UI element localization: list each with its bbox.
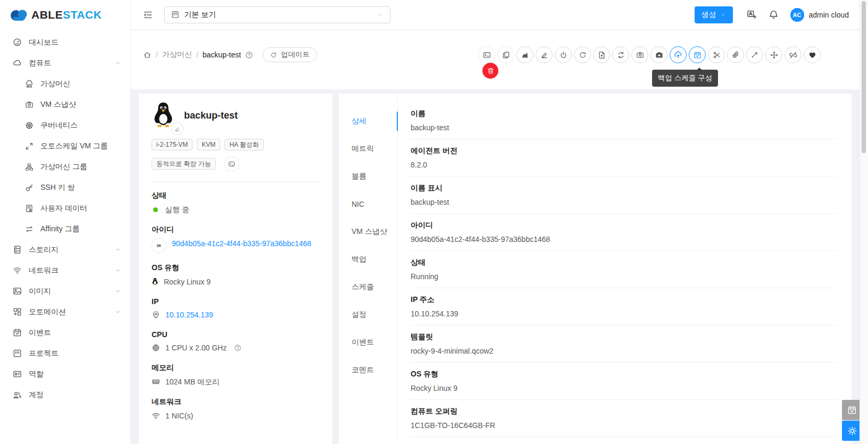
scissors-icon	[713, 51, 721, 59]
sidebar-item-dashboard[interactable]: 대시보드	[0, 32, 130, 53]
copy-button[interactable]	[497, 46, 514, 63]
sidebar-item-virtual-machines[interactable]: 가상머신	[0, 73, 130, 94]
kubernetes-wheel-icon	[25, 121, 34, 130]
sidebar-item-user-data[interactable]: 사용자 데이터	[0, 198, 130, 219]
tab-settings[interactable]: 설정	[339, 301, 397, 329]
topbar-right: 생성 AC admin cloud	[695, 6, 849, 23]
bell-icon[interactable]	[769, 10, 779, 20]
cluster-icon	[25, 163, 34, 171]
translate-add-icon[interactable]	[747, 10, 757, 20]
create-button[interactable]: 생성	[695, 6, 733, 23]
tab-volumes[interactable]: 볼륨	[339, 163, 397, 190]
home-icon[interactable]	[143, 51, 152, 59]
attach-volume-button[interactable]	[727, 46, 744, 63]
favorite-button[interactable]	[804, 46, 821, 63]
detail-row-compute-offering: 컴퓨트 오퍼링1C1GB-TO-16C64GB-FR	[411, 400, 837, 437]
migrate-button[interactable]	[746, 46, 763, 63]
chevron-down-icon	[377, 12, 383, 18]
calendar-check-icon	[847, 405, 857, 415]
vm-header: backup-test	[152, 100, 320, 131]
area-chart-icon	[521, 51, 529, 59]
detail-card: 상세 메트릭 볼륨 NIC VM 스냅샷 백업 스케줄 설정 이벤트 코멘트 이…	[339, 94, 852, 444]
detail-tabs: 상세 메트릭 볼륨 NIC VM 스냅샷 백업 스케줄 설정 이벤트 코멘트	[339, 94, 398, 444]
tab-details[interactable]: 상세	[339, 107, 397, 135]
brand-logo[interactable]: ABLESTACK	[0, 0, 130, 30]
tab-comments[interactable]: 코멘트	[339, 356, 397, 384]
sidebar-menu: 대시보드 컴퓨트 가상머신 VM 스냅샷 쿠버네티스 오토스케일 VM 그룹 가…	[0, 30, 130, 405]
vm-id-field: 아이디 90d4b05a-41c2-4f44-b335-97a36bbc1468	[152, 225, 320, 253]
vm-tag: 동적으로 확장 가능	[152, 158, 216, 170]
tooltip: 백업 스케줄 구성	[652, 70, 718, 87]
avatar[interactable]: AC	[790, 8, 804, 22]
reboot-button[interactable]	[574, 46, 591, 63]
sidebar: ABLESTACK 대시보드 컴퓨트 가상머신 VM 스냅샷 쿠버네티스 오토스…	[0, 0, 131, 444]
tab-vm-snapshots[interactable]: VM 스냅샷	[339, 218, 397, 246]
detail-row-ip-address: IP 주소10.10.254.139	[411, 288, 837, 325]
power-button[interactable]	[555, 46, 572, 63]
console-button[interactable]	[224, 156, 239, 171]
unlink-button[interactable]	[784, 46, 802, 63]
sidebar-item-vm-snapshots[interactable]: VM 스냅샷	[0, 94, 130, 115]
ablestack-app-window: ABLESTACK 대시보드 컴퓨트 가상머신 VM 스냅샷 쿠버네티스 오토스…	[0, 0, 868, 444]
sidebar-item-accounts[interactable]: 계정	[0, 384, 130, 405]
tab-backups[interactable]: 백업	[339, 246, 397, 273]
tab-metrics[interactable]: 메트릭	[339, 135, 397, 163]
sidebar-item-roles[interactable]: 역할	[0, 364, 130, 384]
breadcrumb-section[interactable]: 가상머신	[162, 50, 192, 60]
backup-button[interactable]	[670, 46, 687, 63]
chevron-down-icon	[115, 288, 121, 294]
disconnect-icon	[789, 51, 797, 59]
detail-row-template: 템플릿rocky-9-4-minimal.qcow2	[411, 325, 837, 363]
camera-filled-icon	[655, 51, 663, 59]
attach-iso-button[interactable]	[593, 46, 610, 63]
move-arrows-icon	[770, 51, 778, 59]
sidebar-item-compute[interactable]: 컴퓨트	[0, 53, 130, 73]
backup-schedule-button[interactable]	[689, 46, 706, 63]
vm-network-field: 네트워크 1 NIC(s)	[152, 397, 320, 421]
barcode-icon[interactable]	[152, 238, 166, 253]
delete-button[interactable]	[482, 63, 498, 79]
edit-button[interactable]	[536, 46, 553, 63]
snapshot-memory-button[interactable]	[650, 46, 667, 63]
tab-nic[interactable]: NIC	[339, 190, 397, 218]
move-button[interactable]	[765, 46, 782, 63]
vm-name-title: backup-test	[184, 110, 238, 121]
menu-fold-icon[interactable]	[143, 10, 153, 20]
sidebar-item-ssh-key-pairs[interactable]: SSH 키 쌍	[0, 177, 130, 198]
update-button[interactable]: 업데이트	[263, 47, 317, 62]
metrics-button[interactable]	[516, 46, 533, 63]
sidebar-item-kubernetes[interactable]: 쿠버네티스	[0, 115, 130, 136]
console-button[interactable]	[478, 46, 495, 63]
sidebar-item-autoscale-vm-groups[interactable]: 오토스케일 VM 그룹	[0, 136, 130, 156]
sidebar-item-automation[interactable]: 오토메이션	[0, 301, 130, 322]
ram-icon	[152, 378, 160, 386]
snapshot-button[interactable]	[631, 46, 648, 63]
tab-events[interactable]: 이벤트	[339, 329, 397, 356]
tab-schedules[interactable]: 스케줄	[339, 273, 397, 301]
reinstall-button[interactable]	[612, 46, 629, 63]
sidebar-item-storage[interactable]: 스토리지	[0, 239, 130, 260]
chip-icon	[152, 344, 160, 352]
sidebar-item-projects[interactable]: 프로젝트	[0, 343, 130, 364]
file-add-icon	[598, 51, 606, 59]
camera-icon	[25, 100, 34, 109]
user-menu[interactable]: admin cloud	[809, 11, 849, 19]
scale-button[interactable]	[708, 46, 725, 63]
calendar-check-icon	[694, 51, 702, 59]
sidebar-item-network[interactable]: 네트워크	[0, 260, 130, 281]
edit-avatar-button[interactable]	[171, 122, 183, 135]
question-circle-icon[interactable]	[234, 344, 241, 351]
scrollbar-thumb[interactable]	[862, 1, 866, 153]
detail-row-display-name: 이름 표시backup-test	[411, 177, 837, 214]
breadcrumb-current: backup-test	[203, 51, 241, 59]
vm-id-link[interactable]: 90d4b05a-41c2-4f44-b335-97a36bbc1468	[172, 238, 316, 249]
question-circle-icon[interactable]	[245, 51, 253, 59]
sidebar-item-affinity-groups[interactable]: Affinity 그룹	[0, 219, 130, 239]
database-icon	[13, 245, 22, 254]
sidebar-item-events[interactable]: 이벤트	[0, 322, 130, 343]
sidebar-item-vm-groups[interactable]: 가상머신 그룹	[0, 156, 130, 177]
vertical-scrollbar[interactable]	[859, 0, 868, 444]
vm-ip-link[interactable]: 10.10.254.139	[165, 309, 213, 320]
view-select[interactable]: 기본 보기	[164, 6, 390, 23]
sidebar-item-images[interactable]: 이미지	[0, 281, 130, 301]
